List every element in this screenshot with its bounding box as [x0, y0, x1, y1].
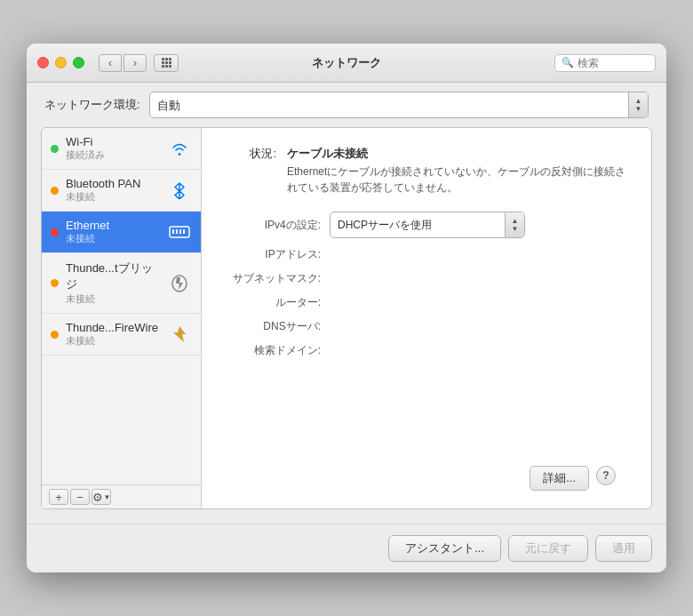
window-title: ネットワーク: [312, 55, 381, 71]
back-button[interactable]: ‹: [99, 54, 122, 72]
sidebar-eth-text: Ethernet 未接続: [66, 219, 160, 245]
thunderbolt-icon: [167, 271, 192, 296]
ipv4-row: IPv4の設定: DHCPサーバを使用 ▲ ▼: [223, 212, 630, 238]
sidebar-item-bluetooth[interactable]: Bluetooth PAN 未接続: [42, 170, 201, 212]
status-dot-ethernet: [51, 228, 59, 236]
router-row: ルーター:: [223, 295, 630, 310]
sidebar-bt-name: Bluetooth PAN: [66, 177, 160, 190]
nav-buttons: ‹ ›: [99, 54, 147, 72]
ipv4-label: IPv4の設定:: [223, 218, 321, 233]
gear-arrow-icon: ▼: [104, 493, 111, 501]
sidebar-bt-status: 未接続: [66, 190, 160, 204]
ipv4-select[interactable]: DHCPサーバを使用: [331, 216, 505, 234]
forward-button[interactable]: ›: [123, 54, 147, 72]
gear-button[interactable]: ⚙ ▼: [92, 489, 111, 505]
sidebar-thunderfire-text: Thunde...FireWire 未接続: [66, 321, 160, 348]
content-area: Wi-Fi 接続済み Bluetooth P: [41, 127, 652, 509]
traffic-lights: [37, 57, 84, 68]
svg-rect-4: [183, 229, 185, 234]
sidebar-thunderbridge-status: 未接続: [66, 292, 160, 306]
search-box[interactable]: 🔍: [554, 54, 656, 72]
sidebar-item-thunderfire[interactable]: Thunde...FireWire 未接続: [42, 314, 201, 356]
sidebar-item-ethernet[interactable]: Ethernet 未接続: [42, 212, 201, 253]
ip-label: IPアドレス:: [223, 247, 321, 262]
status-dot-bluetooth: [51, 187, 59, 195]
status-value-col: ケーブル未接続 Ethernetにケーブルが接続されていないか、ケーブルの反対側…: [287, 146, 630, 196]
sidebar-item-wifi[interactable]: Wi-Fi 接続済み: [42, 128, 201, 170]
ipv4-select-arrow: ▲ ▼: [505, 212, 524, 237]
svg-rect-2: [176, 229, 178, 234]
sidebar-wifi-status: 接続済み: [66, 148, 160, 162]
sidebar-thunderfire-status: 未接続: [66, 334, 160, 348]
toolbar-row: ネットワーク環境: 自動 ▲ ▼: [27, 83, 666, 127]
revert-button[interactable]: 元に戻す: [508, 535, 588, 562]
sidebar-thunderbridge-text: Thunde...tブリッジ 未接続: [66, 260, 160, 306]
env-label: ネットワーク環境:: [44, 97, 140, 113]
ip-row: IPアドレス:: [223, 247, 630, 262]
bluetooth-icon: [167, 178, 192, 203]
sidebar-bt-text: Bluetooth PAN 未接続: [66, 177, 160, 204]
status-dot-wifi: [51, 145, 59, 153]
footer-row: アシスタント... 元に戻す 適用: [27, 524, 666, 572]
ipv4-select-wrap[interactable]: DHCPサーバを使用 ▲ ▼: [330, 212, 525, 238]
close-button[interactable]: [37, 57, 49, 68]
env-select[interactable]: 自動: [150, 95, 628, 116]
router-label: ルーター:: [223, 295, 321, 310]
grid-button[interactable]: [154, 54, 179, 72]
status-section: 状況: ケーブル未接続 Ethernetにケーブルが接続されていないか、ケーブル…: [223, 146, 630, 196]
apply-button[interactable]: 適用: [595, 535, 652, 562]
maximize-button[interactable]: [73, 57, 84, 68]
help-button[interactable]: ?: [596, 466, 616, 485]
sidebar-wifi-name: Wi-Fi: [66, 135, 160, 148]
sidebar-wifi-text: Wi-Fi 接続済み: [66, 135, 160, 162]
search-domain-label: 検索ドメイン:: [223, 343, 321, 358]
sidebar-item-thunderbridge[interactable]: Thunde...tブリッジ 未接続: [42, 253, 201, 314]
sidebar-toolbar: + − ⚙ ▼: [42, 484, 201, 508]
arrow-down-icon: ▼: [512, 226, 519, 233]
subnet-label: サブネットマスク:: [223, 271, 321, 286]
svg-rect-1: [172, 229, 174, 234]
detail-button[interactable]: 詳細...: [530, 466, 589, 491]
gear-icon: ⚙: [92, 491, 103, 504]
search-input[interactable]: [578, 57, 649, 69]
env-select-wrap[interactable]: 自動 ▲ ▼: [149, 92, 649, 118]
status-description: Ethernetにケーブルが接続されていないか、ケーブルの反対側に接続されている…: [287, 164, 630, 196]
bottom-buttons: 詳細... ?: [223, 455, 630, 491]
assistant-button[interactable]: アシスタント...: [388, 535, 501, 562]
svg-rect-3: [179, 229, 181, 234]
network-preferences-window: ‹ › ネットワーク 🔍 ネットワーク環境: 自動 ▲ ▼: [27, 44, 666, 572]
dns-label: DNSサーバ:: [223, 319, 321, 334]
search-icon: 🔍: [562, 57, 574, 68]
remove-button[interactable]: −: [70, 489, 90, 505]
subnet-row: サブネットマスク:: [223, 271, 630, 286]
sidebar: Wi-Fi 接続済み Bluetooth P: [42, 128, 202, 508]
ethernet-icon: [167, 220, 192, 244]
env-select-arrow: ▲ ▼: [628, 92, 648, 117]
main-panel: 状況: ケーブル未接続 Ethernetにケーブルが接続されていないか、ケーブル…: [202, 128, 651, 508]
titlebar: ‹ › ネットワーク 🔍: [27, 44, 666, 83]
search-domain-row: 検索ドメイン:: [223, 343, 630, 358]
firewire-icon: [167, 322, 192, 347]
status-dot-thunderfire: [51, 331, 59, 339]
arrow-up-icon: ▲: [512, 218, 519, 225]
minimize-button[interactable]: [55, 57, 67, 68]
sidebar-list: Wi-Fi 接続済み Bluetooth P: [42, 128, 201, 484]
arrow-down-icon: ▼: [635, 106, 642, 113]
wifi-icon: [167, 136, 192, 161]
status-heading: ケーブル未接続: [287, 146, 630, 162]
status-dot-thunderbridge: [51, 279, 59, 287]
sidebar-thunderbridge-name: Thunde...tブリッジ: [66, 260, 160, 292]
sidebar-eth-status: 未接続: [66, 232, 160, 245]
dns-row: DNSサーバ:: [223, 319, 630, 334]
status-label: 状況:: [223, 146, 276, 162]
add-button[interactable]: +: [49, 489, 68, 505]
sidebar-thunderfire-name: Thunde...FireWire: [66, 321, 160, 334]
sidebar-eth-name: Ethernet: [66, 219, 160, 232]
arrow-up-icon: ▲: [635, 98, 642, 105]
